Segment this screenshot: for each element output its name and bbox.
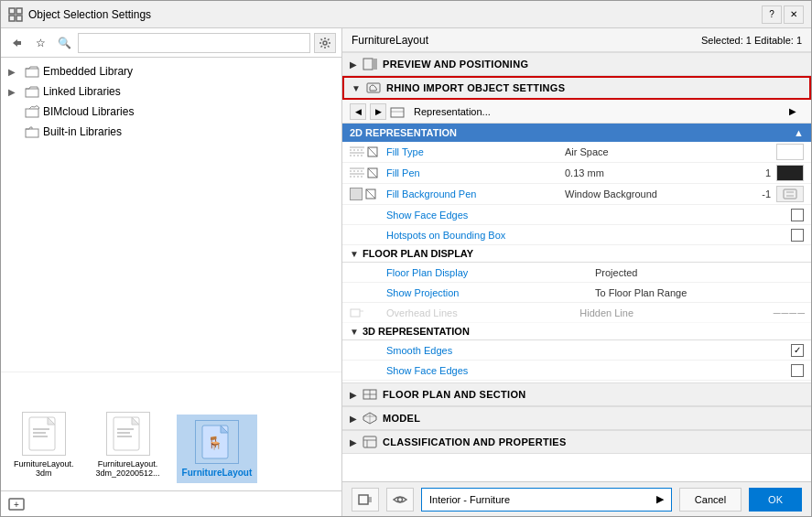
file-icon-2 (106, 412, 150, 456)
svg-rect-12 (33, 436, 48, 437)
svg-line-32 (368, 147, 377, 156)
file-label-1: FurnitureLayout.3dm (14, 459, 74, 478)
svg-rect-3 (16, 16, 22, 21)
fp-display-label: Floor Plan Display (386, 267, 595, 278)
fill-type-value: Air Space (565, 146, 743, 157)
back-button[interactable] (6, 33, 27, 53)
right-bottom-bar: Interior - Furniture ▶ Cancel OK (342, 481, 811, 516)
floor-plan-arrow: ▼ (350, 249, 359, 259)
svg-rect-10 (33, 428, 49, 430)
tab-prev-button[interactable]: ◀ (350, 103, 366, 120)
fill-pen-value: 0.13 mm (565, 167, 743, 178)
furniture-dropdown[interactable]: Interior - Furniture ▶ (421, 488, 672, 512)
svg-rect-7 (26, 109, 38, 117)
representation-tab[interactable]: Representation... (408, 104, 496, 119)
show-face-edges-3d-row[interactable]: Show Face Edges (342, 361, 811, 381)
svg-rect-6 (26, 89, 38, 97)
fill-pen-label: Fill Pen (386, 167, 565, 178)
expand-arrow: ▶ (350, 390, 357, 400)
fill-pen-row[interactable]: Fill Pen 0.13 mm 1 (342, 163, 811, 184)
smooth-edges-row[interactable]: Smooth Edges (342, 340, 811, 361)
hotspots-checkbox[interactable] (791, 229, 804, 242)
section-rhino-import[interactable]: ▼ RHINO IMPORT OBJECT SETTINGS (342, 76, 811, 100)
expand-arrow: ▶ (350, 414, 357, 424)
ok-button[interactable]: OK (749, 488, 802, 512)
2d-rep-header: 2D REPRESENTATION ▲ (342, 124, 811, 142)
file-item-3[interactable]: 🪑 FurnitureLayout (177, 415, 258, 483)
2d-rep-title: 2D REPRESENTATION (350, 127, 457, 138)
model-icon (363, 411, 377, 425)
library-icon (25, 64, 39, 79)
expand-icon: ▶ (8, 87, 21, 97)
tree-item-linked[interactable]: ▶ Linked Libraries (1, 81, 341, 102)
show-face-checkbox[interactable] (791, 209, 804, 221)
overhead-lines-row: Overhead Lines Hidden Line ─ ─ ─ ─ (342, 303, 811, 323)
svg-rect-25 (391, 108, 404, 117)
show-proj-label: Show Projection (386, 287, 595, 298)
floor-plan-display-row[interactable]: Floor Plan Display Projected (342, 263, 811, 283)
fill-bg-icons (350, 188, 386, 200)
show-projection-row[interactable]: Show Projection To Floor Plan Range (342, 283, 811, 303)
classification-title: CLASSIFICATION AND PROPERTIES (383, 436, 567, 447)
file-grid: FurnitureLayout.3dm FurnitureLayout.3dm_… (1, 372, 341, 490)
svg-rect-11 (33, 432, 46, 434)
smooth-edges-checkbox[interactable] (791, 344, 804, 357)
fill-bg-pen-row[interactable]: Fill Background Pen Window Background -1 (342, 184, 811, 205)
show-face-edges-row[interactable]: Show Face Edges (342, 205, 811, 225)
fill-bg-pen-label: Fill Background Pen (386, 188, 565, 199)
show-face-3d-checkbox[interactable] (791, 364, 804, 377)
floor-plan-title: FLOOR PLAN DISPLAY (363, 248, 473, 259)
section-preview[interactable]: ▶ PREVIEW AND POSITIONING (342, 52, 811, 76)
svg-rect-41 (784, 189, 796, 199)
help-button[interactable]: ? (762, 5, 782, 24)
left-bottom-bar: + (1, 490, 341, 516)
close-button[interactable]: ✕ (784, 5, 804, 24)
svg-text:+: + (14, 500, 19, 510)
classification-icon (363, 435, 377, 449)
furniture-label: Interior - Furniture (429, 494, 510, 505)
cancel-button[interactable]: Cancel (679, 488, 742, 512)
tree-item-builtin[interactable]: Built-in Libraries (1, 122, 341, 142)
svg-rect-14 (117, 428, 134, 430)
section-floor-plan[interactable]: ▶ FLOOR PLAN AND SECTION (342, 382, 811, 406)
2d-representation-section: 2D REPRESENTATION ▲ Fill Type Air Space (342, 124, 811, 245)
svg-rect-1 (16, 8, 22, 14)
section-model[interactable]: ▶ MODEL (342, 406, 811, 430)
fill-type-row[interactable]: Fill Type Air Space (342, 142, 811, 163)
add-button[interactable]: + (6, 494, 27, 514)
view-button[interactable] (352, 488, 379, 512)
tree-item-embedded[interactable]: ▶ Embedded Library (1, 61, 341, 81)
floor-plan-header[interactable]: ▼ FLOOR PLAN DISPLAY (342, 245, 811, 263)
fill-pen-control[interactable] (776, 165, 804, 181)
hotspots-row[interactable]: Hotspots on Bounding Box (342, 225, 811, 245)
file-label-3: FurnitureLayout (182, 468, 253, 478)
tab-next-button[interactable]: ▶ (370, 103, 386, 120)
rhino-import-title: RHINO IMPORT OBJECT SETTINGS (386, 82, 565, 93)
fill-bg-control[interactable] (776, 186, 804, 202)
search-button[interactable]: 🔍 (54, 33, 74, 53)
favorite-button[interactable]: ☆ (30, 33, 50, 53)
window-title: Object Selection Settings (28, 8, 151, 21)
tree-item-bimcloud[interactable]: BIMcloud Libraries (1, 102, 341, 122)
settings-button[interactable] (314, 33, 336, 53)
file-item-2[interactable]: FurnitureLayout.3dm_20200512... (91, 406, 166, 483)
library-icon (25, 84, 39, 99)
file-item-1[interactable]: FurnitureLayout.3dm (8, 406, 80, 483)
dropdown-arrow: ▶ (656, 493, 664, 505)
representation-tabs: ◀ ▶ Representation... ▶ (342, 100, 811, 124)
bimcloud-label: BIMcloud Libraries (43, 105, 134, 118)
section-classification[interactable]: ▶ CLASSIFICATION AND PROPERTIES (342, 430, 811, 454)
fill-pen-icons (350, 167, 386, 179)
file-icon-3: 🪑 (195, 420, 239, 464)
search-input[interactable] (78, 33, 310, 53)
hotspots-label: Hotspots on Bounding Box (386, 230, 572, 241)
view-icon (358, 492, 373, 507)
selected-info: Selected: 1 Editable: 1 (701, 35, 802, 46)
show-face-3d-label: Show Face Edges (386, 365, 572, 376)
svg-rect-8 (26, 129, 38, 137)
svg-rect-5 (26, 69, 38, 77)
3d-rep-header[interactable]: ▼ 3D REPRESENTATION (342, 323, 811, 340)
eye-button[interactable] (386, 488, 414, 512)
tab-end: ▶ (789, 106, 804, 116)
fill-type-control[interactable] (776, 144, 804, 160)
